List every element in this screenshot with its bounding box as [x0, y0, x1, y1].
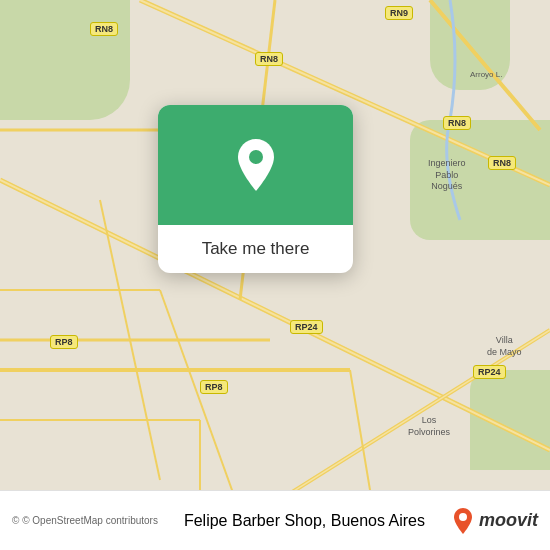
place-label-ingeniero: IngenieroPabloNogués [428, 158, 466, 193]
road-label-rn9: RN9 [385, 6, 413, 20]
copyright-symbol: © [12, 515, 19, 526]
place-info: Felipe Barber Shop, Buenos Aires [158, 512, 451, 530]
take-me-there-button[interactable]: Take me there [202, 239, 310, 258]
place-label-villa-mayo: Villade Mayo [487, 335, 522, 358]
svg-line-4 [430, 0, 540, 130]
road-label-rp8-left: RP8 [50, 335, 78, 349]
road-label-rp24-right: RP24 [473, 365, 506, 379]
navigation-card[interactable]: Take me there [158, 105, 353, 273]
road-label-rn8-right: RN8 [443, 116, 471, 130]
place-label-polvorines: LosPolvorines [408, 415, 450, 438]
map-container: RN8 RN9 RN8 RN8 RN8 RP24 RP24 RP8 RP8 Ar… [0, 0, 550, 550]
road-label-rn8-right2: RN8 [488, 156, 516, 170]
road-label-rn8-center: RN8 [255, 52, 283, 66]
attribution-text: © © OpenStreetMap contributors [12, 515, 158, 526]
card-body[interactable]: Take me there [186, 225, 326, 273]
svg-point-18 [459, 513, 467, 521]
place-name: Felipe Barber Shop, [184, 512, 326, 529]
road-network [0, 0, 550, 550]
place-location: Buenos Aires [331, 512, 425, 529]
attribution-label: © OpenStreetMap contributors [22, 515, 158, 526]
place-label-arroyo: Arroyo L. [470, 70, 502, 79]
road-label-rp8-center: RP8 [200, 380, 228, 394]
moovit-logo: moovit [451, 507, 538, 535]
location-pin-icon [232, 137, 280, 193]
moovit-pin-icon [451, 507, 475, 535]
moovit-brand-name: moovit [479, 510, 538, 531]
road-label-rn8-top: RN8 [90, 22, 118, 36]
road-label-rp24: RP24 [290, 320, 323, 334]
svg-point-17 [249, 150, 263, 164]
card-header [158, 105, 353, 225]
bottom-bar: © © OpenStreetMap contributors Felipe Ba… [0, 490, 550, 550]
